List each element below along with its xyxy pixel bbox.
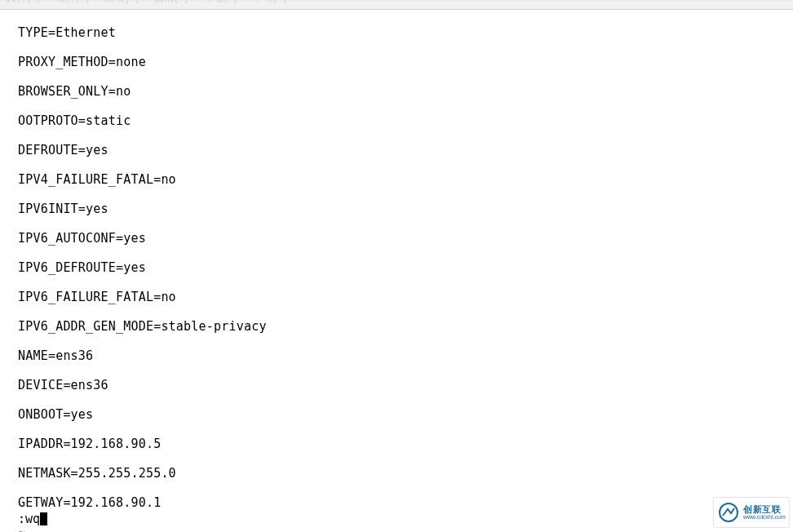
menu-edit[interactable]: 编辑(E) xyxy=(55,0,91,5)
command-prefix: : xyxy=(18,512,25,526)
config-line: IPV6_FAILURE_FATAL=no xyxy=(18,290,793,304)
watermark-logo-icon xyxy=(717,501,740,524)
watermark-url: www.cdcxhl.com xyxy=(743,514,786,521)
watermark: 创新互联 www.cdcxhl.com xyxy=(713,497,790,528)
menu-file[interactable]: 文件(F) xyxy=(7,0,41,5)
cursor xyxy=(40,512,47,525)
config-line: IPV6_AUTOCONF=yes xyxy=(18,231,793,246)
menu-terminal[interactable]: 终端(T) xyxy=(203,0,237,5)
config-line: TYPE=Ethernet xyxy=(18,25,793,40)
config-line: IPADDR=192.168.90.5 xyxy=(18,437,793,451)
vim-command-line[interactable]: :wq xyxy=(18,512,47,526)
config-line: OOTPROTO=static xyxy=(18,113,793,128)
svg-point-0 xyxy=(720,503,738,521)
config-line: GETWAY=192.168.90.1 xyxy=(18,495,793,510)
config-line: PROXY_METHOD=none xyxy=(18,55,793,69)
menu-search[interactable]: 搜索(S) xyxy=(154,0,189,5)
config-line: ONBOOT=yes xyxy=(18,407,793,422)
menubar: 文件(F) 编辑(E) 查看(V) 搜索(S) 终端(T) 帮助(H) xyxy=(0,0,793,10)
empty-line-tilde: ~ xyxy=(18,525,793,532)
config-line: IPV6_DEFROUTE=yes xyxy=(18,260,793,275)
config-line: IPV4_FAILURE_FATAL=no xyxy=(18,172,793,187)
config-line: DEFROUTE=yes xyxy=(18,143,793,157)
config-line: BROWSER_ONLY=no xyxy=(18,84,793,99)
command-text: wq xyxy=(25,512,40,526)
config-line: NETMASK=255.255.255.0 xyxy=(18,466,793,481)
terminal-content[interactable]: TYPE=Ethernet PROXY_METHOD=none BROWSER_… xyxy=(0,10,793,532)
config-line: IPV6_ADDR_GEN_MODE=stable-privacy xyxy=(18,319,793,334)
config-line: DEVICE=ens36 xyxy=(18,378,793,392)
config-line: IPV6INIT=yes xyxy=(18,202,793,216)
watermark-brand: 创新互联 xyxy=(743,504,786,514)
config-line: NAME=ens36 xyxy=(18,348,793,363)
menu-help[interactable]: 帮助(H) xyxy=(252,0,287,5)
menu-view[interactable]: 查看(V) xyxy=(104,0,140,5)
